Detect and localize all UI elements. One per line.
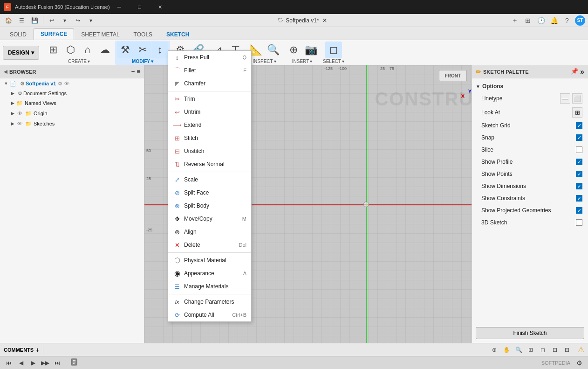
clock-button[interactable]: 🕐 xyxy=(536,15,546,26)
inspect-tool-2[interactable]: 🔍 xyxy=(265,42,281,58)
orbit-button[interactable]: ⊕ xyxy=(489,345,499,355)
collapse-icon[interactable]: − xyxy=(131,68,135,75)
panel-pin-icon[interactable]: ≡ xyxy=(137,68,140,75)
tab-tools[interactable]: TOOLS xyxy=(127,28,159,40)
menu-untrim[interactable]: ↩ Untrim xyxy=(168,105,251,118)
modify-label[interactable]: MODIFY ▾ xyxy=(132,59,153,64)
bell-button[interactable]: 🔔 xyxy=(549,15,559,26)
insert-tool-2[interactable]: 📷 xyxy=(302,42,319,58)
menu-compute-all[interactable]: ⟳ Compute All Ctrl+B xyxy=(168,308,251,321)
undo-dropdown[interactable]: ▾ xyxy=(59,15,70,26)
tree-sketches[interactable]: ▶ 👁 📁 Sketches xyxy=(0,118,144,129)
menu-fillet[interactable]: ⌒ Fillet F xyxy=(168,64,251,77)
menu-change-parameters[interactable]: fx Change Parameters xyxy=(168,295,251,308)
minimize-button[interactable]: ─ xyxy=(110,0,129,14)
grid-toggle-button[interactable]: ⊡ xyxy=(550,345,560,355)
menu-stitch[interactable]: ⊞ Stitch xyxy=(168,132,251,145)
add-comment-button[interactable]: + xyxy=(35,346,39,354)
menu-physical-material[interactable]: ⬡ Physical Material xyxy=(168,254,251,267)
menu-split-body[interactable]: ⊗ Split Body xyxy=(168,199,251,212)
slice-checkbox[interactable] xyxy=(576,146,582,153)
settings-button[interactable]: ⚙ xyxy=(574,358,584,368)
create-label[interactable]: CREATE ▾ xyxy=(68,59,90,64)
linetype-solid-btn[interactable]: — xyxy=(560,93,570,104)
sketch-grid-checkbox[interactable]: ✓ xyxy=(576,122,582,129)
tab-sheet-metal[interactable]: SHEET METAL xyxy=(74,28,126,40)
finish-sketch-button[interactable]: Finish Sketch xyxy=(476,327,584,339)
tree-named-views[interactable]: ▶ 📁 Named Views xyxy=(0,98,144,108)
display-mode-button[interactable]: ◻ xyxy=(538,345,548,355)
create-tool-1[interactable]: ⊞ xyxy=(45,42,62,58)
sketches-visibility-icon[interactable]: 👁 xyxy=(16,120,23,127)
grid-button[interactable]: ⊞ xyxy=(523,15,533,26)
menu-unstitch[interactable]: ⊟ Unstitch xyxy=(168,145,251,158)
maximize-button[interactable]: □ xyxy=(130,0,149,14)
display-settings-button[interactable]: ⊟ xyxy=(562,345,572,355)
tree-origin[interactable]: ▶ 👁 📁 Origin xyxy=(0,108,144,118)
inspect-label[interactable]: INSPECT ▾ xyxy=(253,59,276,64)
close-tab-button[interactable]: ✕ xyxy=(321,17,328,24)
3d-sketch-checkbox[interactable] xyxy=(576,219,582,226)
menu-delete[interactable]: ✕ Delete Del xyxy=(168,238,251,251)
modify-tool-3[interactable]: ↕ xyxy=(151,42,168,58)
insert-label[interactable]: INSERT ▾ xyxy=(292,59,313,64)
add-tab-button[interactable]: ＋ xyxy=(510,15,520,26)
home-button[interactable]: 🏠 xyxy=(3,15,14,26)
look-at-btn[interactable]: ⊞ xyxy=(572,107,582,118)
menu-press-pull[interactable]: ↕ Press Pull Q xyxy=(168,51,251,64)
sp-expand-icon[interactable]: » xyxy=(580,68,584,76)
avatar[interactable]: ST xyxy=(575,15,585,26)
show-projected-checkbox[interactable]: ✓ xyxy=(576,207,582,214)
menu-chamfer[interactable]: ◤ Chamfer xyxy=(168,77,251,90)
view-cube-front[interactable]: FRONT xyxy=(439,70,467,81)
tab-solid[interactable]: SOLID xyxy=(3,28,34,40)
select-label[interactable]: SELECT ▾ xyxy=(323,59,344,64)
show-profile-checkbox[interactable]: ✓ xyxy=(576,159,582,165)
menu-manage-materials[interactable]: ☰ Manage Materials xyxy=(168,280,251,293)
modify-tool-1[interactable]: ⚒ xyxy=(117,42,134,58)
create-tool-2[interactable]: ⬡ xyxy=(62,42,79,58)
menu-reverse-normal[interactable]: ⇅ Reverse Normal xyxy=(168,158,251,171)
next-button[interactable]: ▶▶ xyxy=(40,358,50,368)
close-button[interactable]: ✕ xyxy=(151,0,170,14)
menu-extend[interactable]: ⟶ Extend xyxy=(168,118,251,132)
create-tool-4[interactable]: ☁ xyxy=(96,42,113,58)
modify-tool-2[interactable]: ✂ xyxy=(134,42,151,58)
menu-scale[interactable]: ⤢ Scale xyxy=(168,173,251,186)
origin-visibility-icon[interactable]: 👁 xyxy=(16,110,23,117)
show-dimensions-checkbox[interactable]: ✓ xyxy=(576,183,582,189)
save-button[interactable]: 💾 xyxy=(29,15,40,26)
tab-sketch[interactable]: SKETCH xyxy=(159,28,196,40)
undo-button[interactable]: ↩ xyxy=(46,15,57,26)
snap-checkbox[interactable]: ✓ xyxy=(576,134,582,141)
show-points-checkbox[interactable]: ✓ xyxy=(576,171,582,177)
goto-end-button[interactable]: ⏭ xyxy=(52,358,62,368)
menu-button[interactable]: ☰ xyxy=(16,15,27,26)
menu-appearance[interactable]: ◉ Appearance A xyxy=(168,267,251,280)
zoom-fit-button[interactable]: ⊞ xyxy=(526,345,536,355)
show-constraints-checkbox[interactable]: ✓ xyxy=(576,195,582,202)
prev-button[interactable]: ◀ xyxy=(16,358,26,368)
zoom-button[interactable]: 🔍 xyxy=(513,345,524,355)
design-button[interactable]: DESIGN ▾ xyxy=(3,46,39,60)
sp-pin-icon[interactable]: 📌 xyxy=(571,68,578,76)
select-tool-1[interactable]: ◻ xyxy=(325,42,342,58)
menu-split-face[interactable]: ⊘ Split Face xyxy=(168,186,251,199)
redo-dropdown[interactable]: ▾ xyxy=(85,15,96,26)
root-visibility-icon[interactable]: 👁 xyxy=(64,81,69,86)
insert-tool-1[interactable]: ⊕ xyxy=(285,42,302,58)
tab-surface[interactable]: SURFACE xyxy=(34,28,74,40)
menu-move-copy[interactable]: ✥ Move/Copy M xyxy=(168,212,251,225)
linetype-dashed-btn[interactable]: ⬜ xyxy=(572,93,582,104)
settings-icon[interactable]: ⚙ xyxy=(19,80,26,87)
help-button[interactable]: ? xyxy=(562,15,572,26)
options-section-header[interactable]: ▼ Options xyxy=(472,81,588,91)
create-tool-3[interactable]: ⌂ xyxy=(79,42,96,58)
menu-align[interactable]: ⊜ Align xyxy=(168,225,251,238)
tree-doc-settings[interactable]: ▶ ⚙ Document Settings xyxy=(0,89,144,98)
goto-start-button[interactable]: ⏮ xyxy=(4,358,14,368)
menu-trim[interactable]: ✂ Trim xyxy=(168,92,251,105)
root-settings-icon[interactable]: ⚙ xyxy=(58,81,62,87)
tree-root-item[interactable]: ▼ 📄 ⚙ Softpedia v1 ⚙ 👁 xyxy=(0,78,144,89)
redo-button[interactable]: ↪ xyxy=(72,15,83,26)
